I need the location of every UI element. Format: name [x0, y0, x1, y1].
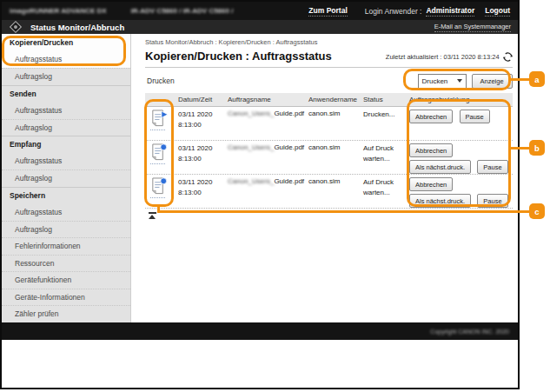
top-bar: imageRUNNER ADVANCE DX iR-ADV C5860 / iR… [2, 2, 518, 20]
job-status: Drucken... [363, 110, 409, 140]
breadcrumb[interactable]: Status Monitor/Abbruch : Kopieren/Drucke… [145, 38, 513, 46]
sidebar-item-geraete-informationen[interactable]: Geräte-Informationen [2, 289, 130, 306]
cancel-button[interactable]: Abbrechen [409, 110, 453, 123]
sidebar-item-copyprint-auftragsstatus[interactable]: Auftragsstatus [2, 51, 130, 69]
chevron-down-icon [457, 79, 462, 83]
waiting-document-icon [149, 143, 169, 162]
job-name: Canon_Users_Guide.pdf [228, 177, 308, 210]
job-table-header: Datum/Zeit Auftragsname Anwendername Sta… [145, 93, 513, 107]
callout-badge-c: c [529, 203, 545, 219]
sidebar-item-ressourcen[interactable]: Ressourcen [2, 255, 130, 272]
sidebar-section-empfang: Empfang [2, 136, 130, 153]
sidebar-section-copy-print: Kopieren/Drucken [2, 34, 130, 51]
footer: Copyright CANON INC. 2020 [2, 322, 518, 340]
sidebar-item-zaehler-pruefen[interactable]: Zähler prüfen [2, 305, 130, 322]
callout-badge-b: b [529, 140, 545, 156]
icon-base-line [150, 197, 165, 198]
col-actions-header: Auftragsabwicklung [409, 96, 513, 103]
icon-base-line [150, 163, 165, 164]
job-user: canon.sim [308, 110, 363, 140]
print-next-button[interactable]: Als nächst.druck. [409, 160, 471, 174]
page-title: Kopieren/Drucken : Auftragsstatus [145, 50, 332, 63]
sidebar-item-speichern-auftragsstatus[interactable]: Auftragsstatus [2, 203, 130, 221]
display-button[interactable]: Anzeige [472, 74, 513, 89]
cancel-button[interactable]: Abbrechen [409, 143, 453, 157]
sidebar: Kopieren/Drucken Auftragsstatus Auftrags… [2, 34, 131, 322]
app-title-bar: Status Monitor/Abbruch E-Mail an Systemm… [2, 20, 518, 34]
callout-badge-a: a [529, 71, 545, 87]
email-system-manager-link[interactable]: E-Mail an Systemmanager [434, 23, 511, 32]
sidebar-item-copyprint-auftragslog[interactable]: Auftragslog [2, 68, 130, 85]
remote-ui-logo-icon [10, 21, 22, 33]
job-actions: Abbrechen Als nächst.druck. Pause [409, 177, 513, 210]
pause-button[interactable]: Pause [460, 110, 490, 123]
icon-base-line [150, 130, 165, 130]
job-user: canon.sim [308, 143, 363, 176]
job-user: canon.sim [308, 177, 363, 210]
job-datetime: 03/11 20208:13:00 [178, 143, 228, 176]
scroll-to-top-icon[interactable] [149, 212, 156, 219]
login-user-label: Login Anwender : [365, 7, 422, 16]
job-type-select[interactable]: Drucken [418, 74, 467, 89]
col-date-header: Datum/Zeit [178, 96, 228, 103]
device-name-blurred: imageRUNNER ADVANCE DX [10, 7, 107, 15]
sidebar-item-senden-auftragsstatus[interactable]: Auftragsstatus [2, 102, 130, 119]
table-row: 03/11 20208:13:00 Canon_Users_Guide.pdf … [145, 141, 513, 175]
job-name: Canon_Users_Guide.pdf [228, 110, 308, 140]
job-name: Canon_Users_Guide.pdf [228, 143, 308, 176]
sidebar-item-empfang-auftragsstatus[interactable]: Auftragsstatus [2, 153, 130, 170]
job-actions: Abbrechen Pause [409, 110, 513, 140]
table-row: 03/11 20208:13:00 Canon_Users_Guide.pdf … [145, 175, 513, 209]
section-label-drucken: Drucken [147, 76, 175, 85]
login-user-name: Administrator [426, 6, 474, 17]
copyright-blurred: Copyright CANON INC. 2020 [430, 329, 509, 335]
app-title: Status Monitor/Abbruch [30, 23, 124, 32]
sidebar-item-speichern-auftragslog[interactable]: Auftragslog [2, 221, 130, 238]
col-status-header: Status [363, 96, 409, 103]
job-status: Auf Druck warten... [363, 177, 409, 210]
waiting-document-icon [149, 177, 169, 196]
job-actions: Abbrechen Als nächst.druck. Pause [409, 143, 513, 176]
sidebar-item-geraetefunktionen[interactable]: Gerätefunktionen [2, 271, 130, 289]
to-portal-link[interactable]: Zum Portal [308, 6, 347, 17]
col-user-header: Anwendername [308, 96, 363, 103]
print-next-button[interactable]: Als nächst.druck. [409, 194, 471, 208]
refresh-icon[interactable] [503, 52, 513, 62]
sidebar-item-fehlerinformationen[interactable]: Fehlerinformationen [2, 237, 130, 255]
logout-link[interactable]: Logout [485, 6, 510, 17]
job-table: Datum/Zeit Auftragsname Anwendername Sta… [145, 93, 513, 209]
sidebar-item-empfang-auftragslog[interactable]: Auftragslog [2, 169, 130, 187]
job-name-blurred-prefix: Canon_Users_ [228, 143, 274, 151]
remote-ui-window: imageRUNNER ADVANCE DX iR-ADV C5860 / iR… [0, 0, 520, 389]
printing-document-icon [149, 110, 169, 128]
col-name-header: Auftragsname [228, 96, 308, 103]
job-datetime: 03/11 20208:13:00 [178, 110, 228, 140]
last-updated-text: Zuletzt aktualisiert : 03/11 2020 8:13:2… [386, 53, 500, 61]
device-models-blurred: iR-ADV C5860 / iR-ADV C5860 / [131, 7, 234, 15]
job-datetime: 03/11 20208:13:00 [178, 177, 228, 210]
pause-button[interactable]: Pause [477, 160, 507, 174]
sidebar-section-speichern: Speichern [2, 187, 130, 204]
pause-button[interactable]: Pause [477, 194, 507, 208]
sidebar-item-senden-auftragslog[interactable]: Auftragslog [2, 119, 130, 136]
job-status: Auf Druck warten... [363, 143, 409, 176]
main-content: Status Monitor/Abbruch : Kopieren/Drucke… [131, 34, 520, 322]
cancel-button[interactable]: Abbrechen [409, 177, 453, 191]
sidebar-section-senden: Senden [2, 85, 130, 103]
job-name-blurred-prefix: Canon_Users_ [228, 110, 274, 117]
job-name-blurred-prefix: Canon_Users_ [228, 177, 274, 185]
table-row: 03/11 20208:13:00 Canon_Users_Guide.pdf … [145, 107, 513, 141]
